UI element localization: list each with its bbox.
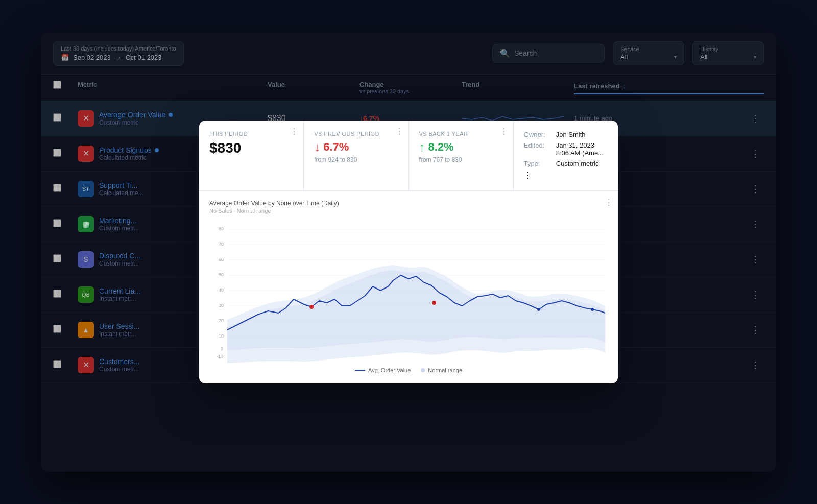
modal-card: This period $830 ⋮ vs Previous period ↓ … xyxy=(199,121,618,383)
chart-subtitle: No Sales · Normal range xyxy=(209,208,608,214)
modal-this-period: This period $830 ⋮ xyxy=(199,121,303,190)
svg-text:10: 10 xyxy=(219,333,224,339)
this-period-label: This period xyxy=(209,131,293,137)
svg-text:50: 50 xyxy=(219,272,224,277)
chart-menu-button[interactable]: ⋮ xyxy=(605,198,613,207)
svg-text:30: 30 xyxy=(219,303,224,308)
vs-previous-value: ↓ 6.7% xyxy=(314,140,398,154)
svg-point-22 xyxy=(591,308,594,311)
type-label: Type: xyxy=(524,160,552,167)
chart-area: Average Order Value by None over Time (D… xyxy=(199,191,618,383)
legend-range-dot xyxy=(421,368,425,372)
chart-legend: Avg. Order Value Normal range xyxy=(209,367,608,379)
svg-point-20 xyxy=(432,301,436,305)
owner-value: Jon Smith xyxy=(556,131,586,138)
vs-back-label: vs Back 1 year xyxy=(419,131,503,137)
vs-back-sub: from 767 to 830 xyxy=(419,156,503,163)
trend-chart: 80 70 60 50 40 30 20 10 0 -10 xyxy=(209,220,608,363)
edited-label: Edited: xyxy=(524,141,552,157)
svg-point-19 xyxy=(309,305,314,309)
chart-title: Average Order Value by None over Time (D… xyxy=(209,200,608,207)
svg-text:20: 20 xyxy=(219,318,224,323)
section-menu-button[interactable]: ⋮ xyxy=(524,171,608,180)
modal-overlay: This period $830 ⋮ vs Previous period ↓ … xyxy=(41,33,776,472)
vs-previous-label: vs Previous period xyxy=(314,131,398,137)
legend-range-item: Normal range xyxy=(421,367,462,373)
vs-back-value: ↑ 8.2% xyxy=(419,140,503,154)
legend-avg-label: Avg. Order Value xyxy=(368,367,411,373)
svg-text:60: 60 xyxy=(219,257,224,262)
this-period-value: $830 xyxy=(209,140,293,156)
svg-text:0: 0 xyxy=(221,346,223,351)
svg-text:-10: -10 xyxy=(217,354,223,359)
type-value: Custom metric xyxy=(556,160,599,167)
legend-avg-item: Avg. Order Value xyxy=(355,367,411,373)
app-container: Last 30 days (includes today) America/To… xyxy=(41,33,776,472)
section-menu-button[interactable]: ⋮ xyxy=(290,127,298,136)
svg-text:40: 40 xyxy=(219,287,224,293)
section-menu-button[interactable]: ⋮ xyxy=(395,127,403,136)
modal-stats-row: This period $830 ⋮ vs Previous period ↓ … xyxy=(199,121,618,191)
section-menu-button[interactable]: ⋮ xyxy=(500,127,508,136)
vs-previous-sub: from 924 to 830 xyxy=(314,156,398,163)
modal-vs-previous: vs Previous period ↓ 6.7% from 924 to 83… xyxy=(304,121,408,190)
legend-avg-line xyxy=(355,370,365,371)
edited-value: Jan 31, 2023 8:06 AM (Ame... xyxy=(556,141,608,157)
legend-range-label: Normal range xyxy=(428,367,462,373)
modal-vs-back: vs Back 1 year ↑ 8.2% from 767 to 830 ⋮ xyxy=(409,121,513,190)
modal-meta: Owner: Jon Smith Edited: Jan 31, 2023 8:… xyxy=(514,121,618,190)
svg-text:80: 80 xyxy=(219,226,224,231)
owner-label: Owner: xyxy=(524,131,552,138)
svg-text:70: 70 xyxy=(219,242,224,247)
svg-point-21 xyxy=(537,308,540,311)
chart-container: 80 70 60 50 40 30 20 10 0 -10 xyxy=(209,220,608,363)
